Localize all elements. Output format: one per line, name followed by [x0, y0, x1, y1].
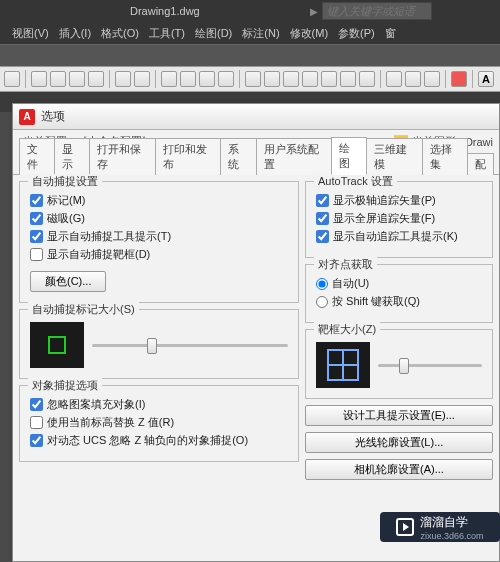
separator	[445, 70, 446, 88]
marker-size-slider[interactable]	[92, 344, 288, 347]
group-title: 自动捕捉设置	[28, 174, 102, 189]
arrow-icon: ▶	[310, 6, 318, 17]
menu-window[interactable]: 窗	[385, 26, 396, 41]
tab-open-save[interactable]: 打开和保存	[89, 138, 155, 175]
tool-icon[interactable]	[302, 71, 318, 87]
separator	[380, 70, 381, 88]
options-tabs: 文件 显示 打开和保存 打印和发布 系统 用户系统配置 绘图 三维建模 选择集 …	[13, 153, 499, 175]
tab-selection[interactable]: 选择集	[422, 138, 468, 175]
group-title: 对象捕捉选项	[28, 378, 102, 393]
menubar: 视图(V) 插入(I) 格式(O) 工具(T) 绘图(D) 标注(N) 修改(M…	[0, 22, 500, 44]
autotrack-group: AutoTrack 设置 显示极轴追踪矢量(P) 显示全屏追踪矢量(F) 显示自…	[305, 181, 493, 258]
chk-ignore-neg-z[interactable]: 对动态 UCS 忽略 Z 轴负向的对象捕捉(O)	[30, 433, 288, 448]
tool-icon[interactable]	[245, 71, 261, 87]
aperture-size-group: 靶框大小(Z)	[305, 329, 493, 399]
watermark-brand: 溜溜自学	[420, 515, 468, 529]
group-title: 靶框大小(Z)	[314, 322, 380, 337]
chk-aperture[interactable]: 显示自动捕捉靶框(D)	[30, 247, 288, 262]
radio-auto[interactable]: 自动(U)	[316, 276, 482, 291]
menu-dimension[interactable]: 标注(N)	[242, 26, 279, 41]
tool-icon[interactable]	[4, 71, 20, 87]
zoom-icon[interactable]	[180, 71, 196, 87]
tool-icon[interactable]	[264, 71, 280, 87]
chk-track-tooltip[interactable]: 显示自动追踪工具提示(K)	[316, 229, 482, 244]
aperture-size-slider[interactable]	[378, 364, 482, 367]
menu-parametric[interactable]: 参数(P)	[338, 26, 375, 41]
app-logo-icon: A	[19, 109, 35, 125]
watermark: 溜溜自学 zixue.3d66.com	[380, 512, 500, 542]
tab-system[interactable]: 系统	[220, 138, 256, 175]
app-titlebar: Drawing1.dwg ▶	[0, 0, 500, 22]
radio-shift[interactable]: 按 Shift 键获取(Q)	[316, 294, 482, 309]
dialog-titlebar: A 选项	[13, 104, 499, 130]
osnap-options-group: 对象捕捉选项 忽略图案填充对象(I) 使用当前标高替换 Z 值(R) 对动态 U…	[19, 385, 299, 462]
tab-profiles[interactable]: 配	[467, 153, 494, 175]
chk-fullscreen-vec[interactable]: 显示全屏追踪矢量(F)	[316, 211, 482, 226]
light-glyph-button[interactable]: 光线轮廓设置(L)...	[305, 432, 493, 453]
play-icon	[396, 518, 414, 536]
group-title: 对齐点获取	[314, 257, 377, 272]
current-drawing-value: Drawi	[465, 136, 493, 148]
tool-icon[interactable]	[451, 71, 467, 87]
dialog-title: 选项	[41, 108, 65, 125]
marker-preview	[30, 322, 84, 368]
pan-icon[interactable]	[161, 71, 177, 87]
camera-glyph-button[interactable]: 相机轮廓设置(A)...	[305, 459, 493, 480]
tab-file[interactable]: 文件	[19, 138, 55, 175]
separator	[109, 70, 110, 88]
cut-icon[interactable]	[31, 71, 47, 87]
tool-icon[interactable]	[321, 71, 337, 87]
menu-draw[interactable]: 绘图(D)	[195, 26, 232, 41]
options-dialog: A 选项 当前配置: 《未命名配置》 当前图形: Drawi 文件 显示 打开和…	[12, 103, 500, 562]
align-point-group: 对齐点获取 自动(U) 按 Shift 键获取(Q)	[305, 264, 493, 323]
separator	[239, 70, 240, 88]
toolbar: A	[0, 66, 500, 92]
search-input[interactable]	[322, 2, 432, 20]
tab-drafting[interactable]: 绘图	[331, 137, 367, 175]
separator	[25, 70, 26, 88]
group-title: AutoTrack 设置	[314, 174, 397, 189]
zoom-ext-icon[interactable]	[199, 71, 215, 87]
separator	[155, 70, 156, 88]
redo-icon[interactable]	[134, 71, 150, 87]
design-tooltip-button[interactable]: 设计工具提示设置(E)...	[305, 405, 493, 426]
match-icon[interactable]	[88, 71, 104, 87]
chk-tooltip[interactable]: 显示自动捕捉工具提示(T)	[30, 229, 288, 244]
ribbon-tabstrip	[0, 44, 500, 66]
tab-display[interactable]: 显示	[54, 138, 90, 175]
menu-modify[interactable]: 修改(M)	[290, 26, 329, 41]
menu-insert[interactable]: 插入(I)	[59, 26, 91, 41]
text-icon[interactable]: A	[478, 71, 494, 87]
undo-icon[interactable]	[115, 71, 131, 87]
group-title: 自动捕捉标记大小(S)	[28, 302, 139, 317]
autosnap-group: 自动捕捉设置 标记(M) 磁吸(G) 显示自动捕捉工具提示(T) 显示自动捕捉靶…	[19, 181, 299, 303]
menu-view[interactable]: 视图(V)	[12, 26, 49, 41]
chk-magnet[interactable]: 磁吸(G)	[30, 211, 288, 226]
document-name: Drawing1.dwg	[130, 5, 200, 17]
copy-icon[interactable]	[50, 71, 66, 87]
dialog-body: 自动捕捉设置 标记(M) 磁吸(G) 显示自动捕捉工具提示(T) 显示自动捕捉靶…	[13, 175, 499, 553]
paste-icon[interactable]	[69, 71, 85, 87]
tab-3d[interactable]: 三维建模	[366, 138, 422, 175]
watermark-sub: zixue.3d66.com	[420, 531, 483, 541]
menu-format[interactable]: 格式(O)	[101, 26, 139, 41]
marker-size-group: 自动捕捉标记大小(S)	[19, 309, 299, 379]
colors-button[interactable]: 颜色(C)...	[30, 271, 106, 292]
chk-marker[interactable]: 标记(M)	[30, 193, 288, 208]
aperture-preview	[316, 342, 370, 388]
chk-replace-z[interactable]: 使用当前标高替换 Z 值(R)	[30, 415, 288, 430]
chk-ignore-hatch[interactable]: 忽略图案填充对象(I)	[30, 397, 288, 412]
tab-user-pref[interactable]: 用户系统配置	[256, 138, 333, 175]
menu-tools[interactable]: 工具(T)	[149, 26, 185, 41]
tool-icon[interactable]	[283, 71, 299, 87]
separator	[472, 70, 473, 88]
chk-polar-vec[interactable]: 显示极轴追踪矢量(P)	[316, 193, 482, 208]
tool-icon[interactable]	[424, 71, 440, 87]
zoom-win-icon[interactable]	[218, 71, 234, 87]
tool-icon[interactable]	[386, 71, 402, 87]
tool-icon[interactable]	[359, 71, 375, 87]
tool-icon[interactable]	[405, 71, 421, 87]
tab-plot[interactable]: 打印和发布	[155, 138, 221, 175]
tool-icon[interactable]	[340, 71, 356, 87]
